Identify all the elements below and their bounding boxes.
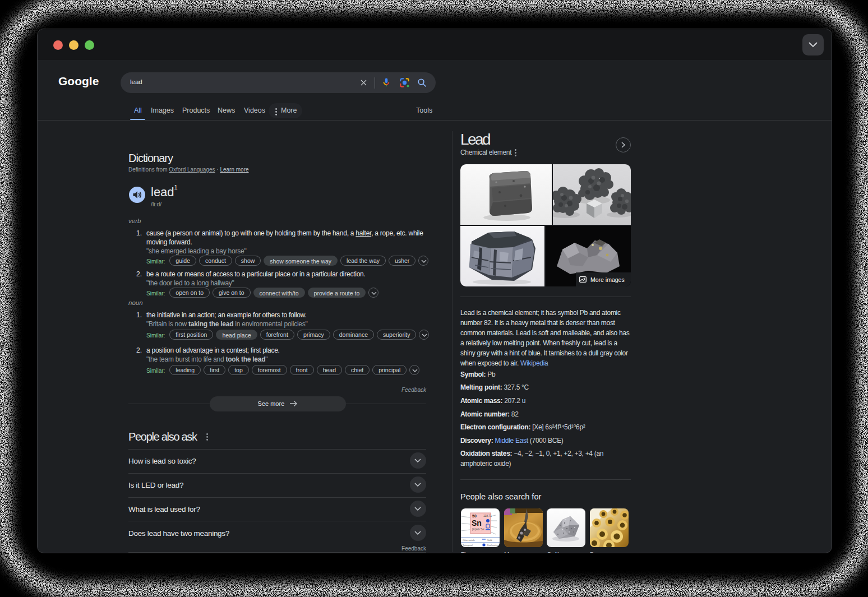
svg-text:Dual metric: Dual metric [487, 544, 498, 547]
svg-text:Solid: Solid [487, 539, 492, 542]
svg-text:118.71: 118.71 [483, 514, 492, 517]
svg-text:Sn: Sn [472, 519, 482, 527]
svg-text:Tetragonal: Tetragonal [463, 544, 473, 547]
svg-text:50: 50 [472, 514, 477, 518]
svg-text:Other metals: Other metals [463, 539, 475, 542]
svg-text:[Kr]4d¹⁰5s²: [Kr]4d¹⁰5s² [472, 528, 484, 531]
